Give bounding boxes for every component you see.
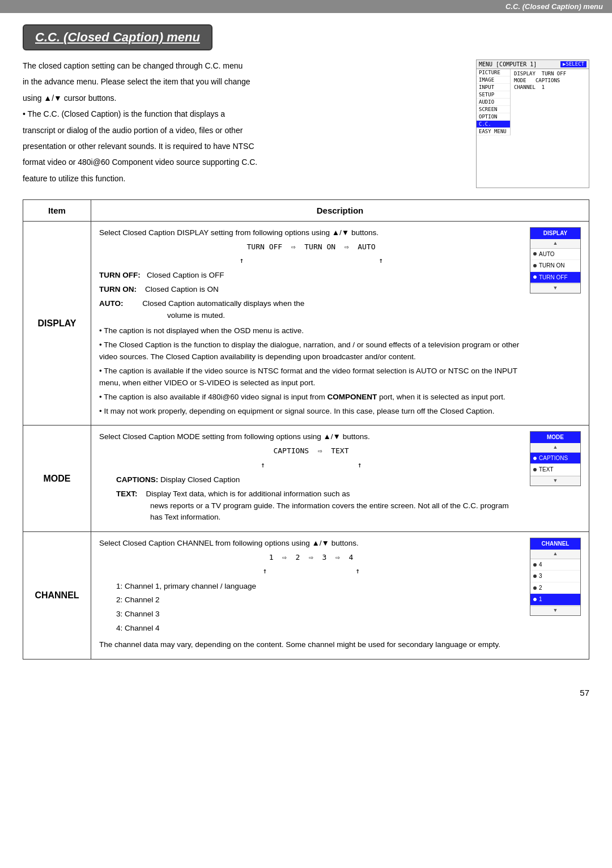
mode-mm-text: TEXT (530, 464, 580, 476)
display-mm-auto: AUTO (530, 249, 580, 261)
mode-intro: Select Closed Caption MODE setting from … (99, 431, 523, 443)
mode-option-text: TEXT: Display Text data, which is for ad… (99, 488, 523, 524)
mode-mm-captions-label: CAPTIONS (539, 454, 568, 463)
display-option-turnon: TURN ON: Closed Caption is ON (99, 284, 523, 296)
intro-line1: The closed caption setting can be change… (23, 59, 465, 72)
menu-select-btn: ▶SELECT (560, 61, 586, 67)
display-mini-menu: DISPLAY ▲ AUTO TURN ON (530, 227, 581, 293)
intro-text: The closed caption setting can be change… (23, 59, 465, 188)
channel-mm-arrow-up: ▲ (530, 550, 580, 559)
channel-footer: The channel data may vary, depending on … (99, 639, 523, 651)
channel-option4: 4: Channel 4 (99, 623, 523, 635)
channel-mm-1-label: 1 (539, 595, 542, 604)
menu-sub-channel: CHANNEL 1 (513, 84, 586, 91)
channel-mm-1: 1 (530, 594, 580, 606)
display-mm-turnoff-label: TURN OFF (539, 273, 568, 282)
display-mm-arrow-down: ▼ (530, 283, 580, 293)
mode-cycle: CAPTIONS ⇨ TEXT (99, 445, 523, 457)
menu-item-screen: SCREEN (477, 106, 510, 113)
display-bullet1: • The caption is not displayed when the … (99, 325, 523, 337)
col-item: Item (23, 200, 91, 222)
intro-line7: format video or 480i@60 Component video … (23, 156, 465, 168)
menu-item-image: IMAGE (477, 76, 510, 84)
mode-mm-captions-dot (533, 457, 537, 460)
item-display: DISPLAY (23, 222, 91, 426)
display-bullet3: • The caption is available if the video … (99, 365, 523, 389)
channel-cycle: 1 ⇨ 2 ⇨ 3 ⇨ 4 (99, 552, 523, 563)
table-row-mode: MODE Select Closed Caption MODE setting … (23, 426, 589, 532)
channel-mini-menu: CHANNEL ▲ 4 3 (530, 538, 581, 615)
intro-line3: using ▲/▼ cursor buttons. (23, 92, 465, 104)
display-mm-auto-dot (533, 252, 537, 256)
mode-mm-text-label: TEXT (539, 465, 554, 474)
channel-desc-main: Select Closed Caption CHANNEL from follo… (99, 538, 523, 653)
mode-mm-arrow-up: ▲ (530, 443, 580, 453)
mode-mm-captions: CAPTIONS (530, 453, 580, 465)
page-number-value: 57 (580, 688, 589, 697)
display-mm-turnon-dot (533, 264, 537, 267)
display-bullet5: • It may not work properly, depending on… (99, 406, 523, 418)
channel-mm-3: 3 (530, 571, 580, 582)
menu-item-picture: PICTURE (477, 69, 510, 76)
channel-mm-2: 2 (530, 582, 580, 594)
item-mode: MODE (23, 426, 91, 532)
menu-left: PICTURE IMAGE INPUT SETUP AUDIO SCREEN O… (477, 69, 511, 135)
intro-line6: presentation or other relevant sounds. I… (23, 140, 465, 152)
channel-option2: 2: Channel 2 (99, 594, 523, 606)
menu-header-left: MENU [COMPUTER 1] (479, 61, 537, 67)
channel-mm-4-dot (533, 563, 537, 567)
col-desc: Description (91, 200, 589, 222)
mode-mm-arrow-down: ▼ (530, 476, 580, 486)
mode-desc-panel: Select Closed Caption MODE setting from … (99, 431, 581, 526)
item-channel: CHANNEL (23, 532, 91, 659)
channel-mm-4: 4 (530, 559, 580, 571)
display-mm-turnon-label: TURN ON (539, 261, 565, 270)
intro-line8: feature to utilize this function. (23, 172, 465, 185)
display-mm-turnoff-dot (533, 275, 537, 279)
menu-item-audio: AUDIO (477, 99, 510, 106)
display-option-auto: AUTO: Closed Caption automatically displ… (99, 298, 523, 322)
menu-item-easy: EASY MENU (477, 128, 510, 135)
display-desc-main: Select Closed Caption DISPLAY setting fr… (99, 227, 523, 419)
channel-mm-arrow-down: ▼ (530, 606, 580, 615)
channel-option1: 1: Channel 1, primary channel / language (99, 581, 523, 593)
display-bullet2: • The Closed Caption is the function to … (99, 339, 523, 363)
display-intro: Select Closed Caption DISPLAY setting fr… (99, 227, 523, 239)
menu-body: PICTURE IMAGE INPUT SETUP AUDIO SCREEN O… (477, 69, 589, 135)
mode-mini-menu: MODE ▲ CAPTIONS TEXT ▼ (530, 431, 581, 486)
menu-item-input: INPUT (477, 84, 510, 91)
channel-option3: 3: Channel 3 (99, 609, 523, 620)
channel-desc-panel: Select Closed Caption CHANNEL from follo… (99, 538, 581, 653)
display-option-turnoff: TURN OFF: Closed Caption is OFF (99, 270, 523, 282)
header-bar: C.C. (Closed Caption) menu (0, 0, 612, 13)
channel-mm-title: CHANNEL (530, 538, 580, 550)
display-cycle-arrow: ↑ ↑ (99, 255, 523, 266)
main-table: Item Description DISPLAY Select Closed C… (23, 199, 589, 659)
menu-sub-mode: MODE CAPTIONS (513, 77, 586, 84)
page-title: C.C. (Closed Caption) menu (35, 30, 200, 44)
menu-item-option: OPTION (477, 113, 510, 121)
mode-desc-main: Select Closed Caption MODE setting from … (99, 431, 523, 526)
display-mm-title: DISPLAY (530, 228, 580, 239)
mode-cycle-arrow: ↑ ↑ (99, 459, 523, 471)
page-title-box: C.C. (Closed Caption) menu (23, 24, 212, 50)
channel-mm-2-dot (533, 586, 537, 590)
menu-header: MENU [COMPUTER 1] ▶SELECT (477, 60, 589, 69)
channel-mm-4-label: 4 (539, 560, 542, 569)
display-mm-turnon: TURN ON (530, 260, 580, 272)
header-title: C.C. (Closed Caption) menu (505, 2, 603, 11)
desc-mode: Select Closed Caption MODE setting from … (91, 426, 589, 532)
display-mm-arrow-up: ▲ (530, 239, 580, 249)
mode-option-captions: CAPTIONS: Display Closed Caption (99, 474, 523, 486)
display-desc-panel: Select Closed Caption DISPLAY setting fr… (99, 227, 581, 419)
desc-channel: Select Closed Caption CHANNEL from follo… (91, 532, 589, 659)
table-row-channel: CHANNEL Select Closed Caption CHANNEL fr… (23, 532, 589, 659)
display-cycle: TURN OFF ⇨ TURN ON ⇨ AUTO (99, 241, 523, 253)
channel-mm-3-label: 3 (539, 572, 542, 581)
channel-mm-1-dot (533, 598, 537, 601)
channel-intro: Select Closed Caption CHANNEL from follo… (99, 538, 523, 550)
intro-line5: transcript or dialog of the audio portio… (23, 124, 465, 137)
table-row-display: DISPLAY Select Closed Caption DISPLAY se… (23, 222, 589, 426)
display-mm-turnoff: TURN OFF (530, 272, 580, 284)
display-mm-auto-label: AUTO (539, 250, 555, 259)
